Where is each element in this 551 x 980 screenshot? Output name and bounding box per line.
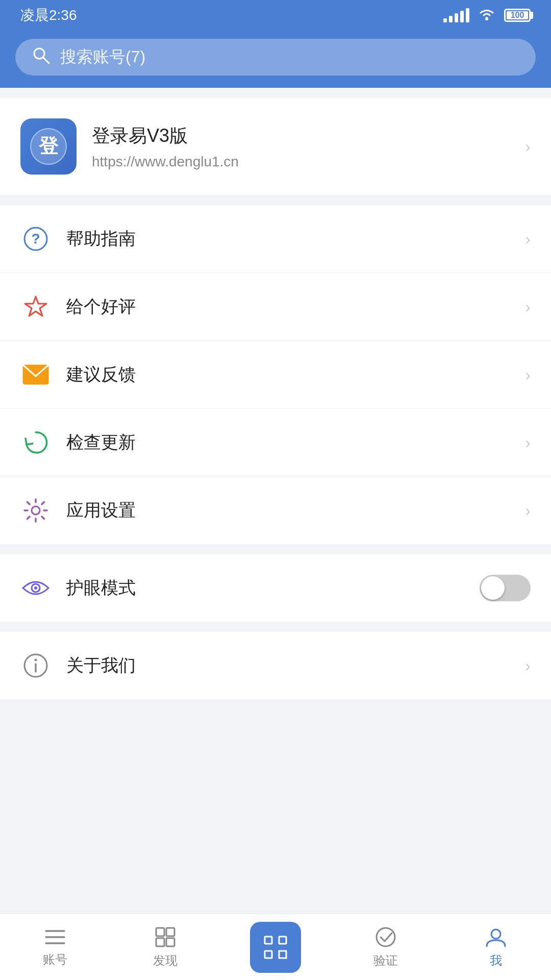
app-logo: 登 xyxy=(20,118,77,175)
app-info: 登录易V3版 https://www.denglu1.cn xyxy=(92,124,510,170)
bottom-spacer xyxy=(0,699,551,781)
toggle-thumb xyxy=(481,576,505,600)
nav-item-verify[interactable]: 验证 xyxy=(331,914,441,980)
nav-item-me[interactable]: 我 xyxy=(441,914,551,980)
question-icon: ? xyxy=(20,224,51,254)
section-about: 关于我们 › xyxy=(0,632,551,699)
chevron-update: › xyxy=(525,433,531,452)
svg-rect-21 xyxy=(166,938,174,946)
menu-label-rate: 给个好评 xyxy=(66,295,510,318)
svg-rect-22 xyxy=(265,937,272,944)
menu-item-about[interactable]: 关于我们 › xyxy=(0,632,551,699)
menu-item-settings[interactable]: 应用设置 › xyxy=(0,477,551,544)
menu-item-rate[interactable]: 给个好评 › xyxy=(0,273,551,341)
svg-rect-23 xyxy=(279,937,286,944)
nav-label-discover: 发现 xyxy=(153,952,178,969)
svg-marker-7 xyxy=(25,297,46,316)
menu-label-eyecare: 护眼模式 xyxy=(66,576,464,600)
info-icon xyxy=(20,650,51,681)
wifi-icon xyxy=(478,7,496,24)
chevron-feedback: › xyxy=(525,365,531,384)
app-name: 登录易V3版 xyxy=(92,124,510,149)
status-icons: 100 xyxy=(443,7,531,24)
menu-label-help: 帮助指南 xyxy=(66,227,510,251)
svg-text:?: ? xyxy=(31,231,40,247)
app-card[interactable]: 登 登录易V3版 https://www.denglu1.cn › xyxy=(0,98,551,195)
svg-point-29 xyxy=(377,928,395,946)
menu-label-update: 检查更新 xyxy=(66,431,510,454)
chevron-rate: › xyxy=(525,298,531,316)
section-main-menu: ? 帮助指南 › 给个好评 › 建议反馈 › xyxy=(0,205,551,544)
menu-item-eyecare[interactable]: 护眼模式 xyxy=(0,554,551,622)
nav-item-discover[interactable]: 发现 xyxy=(110,914,220,980)
nav-item-accounts[interactable]: 账号 xyxy=(0,914,110,980)
app-card-chevron: › xyxy=(525,137,531,156)
search-bar[interactable]: 搜索账号(7) xyxy=(15,39,536,76)
menu-label-about: 关于我们 xyxy=(66,654,510,677)
search-container: 搜索账号(7) xyxy=(0,31,551,88)
svg-rect-24 xyxy=(265,951,272,958)
nav-label-me: 我 xyxy=(490,952,502,969)
bottom-nav: 账号 发现 验证 xyxy=(0,914,551,980)
chevron-about: › xyxy=(525,656,531,675)
svg-text:登: 登 xyxy=(38,135,59,157)
svg-rect-20 xyxy=(156,938,164,946)
signal-icon xyxy=(443,8,469,22)
scan-button[interactable] xyxy=(250,922,301,973)
battery-icon: 100 xyxy=(504,9,531,22)
search-placeholder: 搜索账号(7) xyxy=(60,46,145,68)
status-time: 凌晨2:36 xyxy=(20,6,77,25)
svg-point-14 xyxy=(35,659,37,662)
nav-item-scan[interactable] xyxy=(220,914,331,980)
eye-icon xyxy=(20,573,51,603)
chevron-help: › xyxy=(525,230,531,249)
svg-point-11 xyxy=(34,586,37,590)
status-bar: 凌晨2:36 100 xyxy=(0,0,551,31)
menu-item-update[interactable]: 检查更新 › xyxy=(0,409,551,477)
svg-line-2 xyxy=(43,58,49,63)
gear-icon xyxy=(20,495,51,526)
svg-point-9 xyxy=(32,506,40,514)
mail-icon xyxy=(20,359,51,390)
section-eyecare: 护眼模式 xyxy=(0,554,551,622)
app-url: https://www.denglu1.cn xyxy=(92,154,510,170)
star-icon xyxy=(20,291,51,322)
eyecare-toggle[interactable] xyxy=(480,575,531,601)
menu-item-help[interactable]: ? 帮助指南 › xyxy=(0,205,551,273)
menu-item-feedback[interactable]: 建议反馈 › xyxy=(0,341,551,409)
svg-point-30 xyxy=(491,929,500,939)
search-icon xyxy=(32,46,50,69)
svg-point-0 xyxy=(485,17,488,20)
svg-rect-18 xyxy=(156,928,164,936)
menu-label-settings: 应用设置 xyxy=(66,499,510,522)
refresh-icon xyxy=(20,427,51,458)
menu-label-feedback: 建议反馈 xyxy=(66,363,510,386)
nav-label-accounts: 账号 xyxy=(43,951,67,968)
nav-label-verify: 验证 xyxy=(373,952,398,969)
chevron-settings: › xyxy=(525,501,531,520)
svg-rect-19 xyxy=(166,928,174,936)
